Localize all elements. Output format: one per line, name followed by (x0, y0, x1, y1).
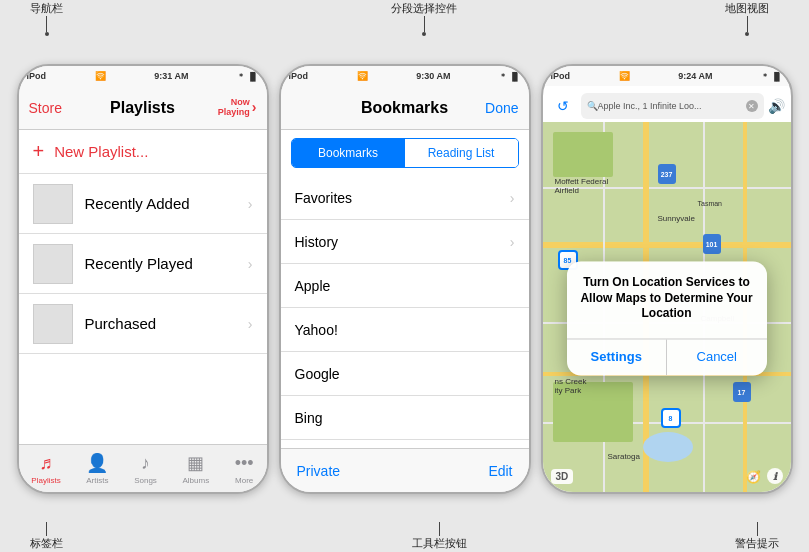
map-label-saratoga: Saratoga (608, 452, 640, 461)
bluetooth-icon: ＊ (237, 71, 245, 82)
location-alert-dialog: Turn On Location Services to Allow Maps … (567, 261, 767, 375)
chevron-right-icon-2: › (248, 256, 253, 272)
maps-carrier: iPod (551, 71, 571, 81)
tab-songs[interactable]: ♪ Songs (134, 453, 157, 485)
bookmark-bing[interactable]: Bing (281, 396, 529, 440)
nav-bar-label: 导航栏 (30, 1, 63, 16)
bookmark-history[interactable]: History › (281, 220, 529, 264)
history-label: History (295, 234, 510, 250)
tab-bar-label: 标签栏 (30, 536, 63, 551)
now-playing-button[interactable]: NowPlaying › (218, 98, 257, 118)
bookmark-yahoo[interactable]: Yahoo! (281, 308, 529, 352)
bookmark-ipod-guide[interactable]: iPod touch User Guide (281, 440, 529, 448)
top-annotations: 导航栏 分段选择控件 地图视图 (0, 0, 809, 36)
maps-search-text: Apple Inc., 1 Infinite Loo... (598, 101, 746, 111)
tab-playlists[interactable]: ♬ Playlists (31, 453, 60, 485)
bottom-annotations: 标签栏 工具栏按钮 警告提示 (0, 522, 809, 552)
alert-label: 警告提示 (735, 536, 779, 551)
chevron-right-icon-3: › (248, 316, 253, 332)
3d-button[interactable]: 3D (551, 469, 574, 484)
store-button[interactable]: Store (29, 100, 62, 116)
bookmark-apple[interactable]: Apple (281, 264, 529, 308)
favorites-chevron: › (510, 190, 515, 206)
playlist-item-recently-played[interactable]: Recently Played › (19, 234, 267, 294)
maps-battery-icon: ▐▌ (771, 72, 782, 81)
tab-more[interactable]: ••• More (235, 453, 254, 485)
apple-label: Apple (295, 278, 515, 294)
maps-search-input[interactable]: 🔍 Apple Inc., 1 Infinite Loo... ✕ (581, 93, 764, 119)
bookmark-list: Favorites › History › Apple Yahoo! Googl… (281, 176, 529, 448)
maps-icons: ＊ ▐▌ (761, 71, 782, 82)
yahoo-label: Yahoo! (295, 322, 515, 338)
alert-content: Turn On Location Services to Allow Maps … (567, 261, 767, 338)
reading-list-tab[interactable]: Reading List (405, 139, 518, 167)
map-label-sunnyvale: Sunnyvale (658, 214, 695, 223)
music-carrier: iPod (27, 71, 47, 81)
songs-icon: ♪ (141, 453, 150, 474)
map-label-creek-park: ns Creekity Park (555, 377, 587, 395)
done-button[interactable]: Done (485, 100, 518, 116)
more-icon: ••• (235, 453, 254, 474)
highway-17: 17 (733, 382, 751, 402)
bookmarks-tab-label: Bookmarks (318, 146, 378, 160)
map-label-airfield: Moffett FederalAirfield (555, 177, 609, 195)
maps-back-button[interactable]: ↺ (549, 92, 577, 120)
music-time: 9:31 AM (154, 71, 188, 81)
playlist-item-purchased[interactable]: Purchased › (19, 294, 267, 354)
bookmarks-tab[interactable]: Bookmarks (292, 139, 405, 167)
phone-music: iPod 🛜 9:31 AM ＊ ▐▌ Store Playlists NowP… (17, 64, 269, 494)
tab-bar-annotation: 标签栏 (30, 522, 63, 551)
toolbar-annotation: 工具栏按钮 (412, 522, 467, 551)
bookmark-favorites[interactable]: Favorites › (281, 176, 529, 220)
music-icons: ＊ ▐▌ (237, 71, 258, 82)
favorites-label: Favorites (295, 190, 510, 206)
highway-8: 8 (661, 408, 681, 428)
edit-button[interactable]: Edit (488, 463, 512, 479)
playlist-item-recently-added[interactable]: Recently Added › (19, 174, 267, 234)
settings-button[interactable]: Settings (567, 339, 668, 375)
music-status-bar: iPod 🛜 9:31 AM ＊ ▐▌ (19, 66, 267, 86)
tab-albums-label: Albums (182, 476, 209, 485)
recently-played-label: Recently Played (85, 255, 248, 272)
bookmark-segment-control[interactable]: Bookmarks Reading List (291, 138, 519, 168)
bookmarks-battery-icon: ▐▌ (509, 72, 520, 81)
bookmark-google[interactable]: Google (281, 352, 529, 396)
maps-view[interactable]: Moffett FederalAirfield Sunnyvale Campbe… (543, 122, 791, 492)
nav-bar-annotation: 导航栏 (30, 1, 63, 36)
new-playlist-row[interactable]: + New Playlist... (19, 130, 267, 174)
tab-albums[interactable]: ▦ Albums (182, 452, 209, 485)
compass-icon[interactable]: 🧭 (746, 470, 761, 484)
chevron-right-icon: › (248, 196, 253, 212)
cancel-button[interactable]: Cancel (667, 339, 767, 375)
info-button[interactable]: ℹ (767, 468, 783, 484)
map-view-label: 地图视图 (725, 1, 769, 16)
maps-time: 9:24 AM (678, 71, 712, 81)
bookmarks-carrier: iPod (289, 71, 309, 81)
tab-playlists-label: Playlists (31, 476, 60, 485)
alert-buttons: Settings Cancel (567, 338, 767, 375)
recently-added-thumb (33, 184, 73, 224)
alert-title: Turn On Location Services to Allow Maps … (579, 275, 755, 322)
tab-songs-label: Songs (134, 476, 157, 485)
playlists-icon: ♬ (39, 453, 53, 474)
tab-artists-label: Artists (86, 476, 108, 485)
purchased-thumb (33, 304, 73, 344)
bookmarks-bluetooth-icon: ＊ (499, 71, 507, 82)
map-view-annotation: 地图视图 (725, 1, 769, 36)
search-icon: 🔍 (587, 101, 598, 111)
bookmarks-time: 9:30 AM (416, 71, 450, 81)
bing-label: Bing (295, 410, 515, 426)
clear-icon[interactable]: ✕ (746, 100, 758, 112)
highway-101: 101 (703, 234, 721, 254)
back-arrow-icon: ↺ (557, 98, 569, 114)
music-tab-bar: ♬ Playlists 👤 Artists ♪ Songs ▦ Albums •… (19, 444, 267, 492)
tab-artists[interactable]: 👤 Artists (86, 452, 108, 485)
artists-icon: 👤 (86, 452, 108, 474)
battery-icon: ▐▌ (247, 72, 258, 81)
recently-played-thumb (33, 244, 73, 284)
maps-mic-icon[interactable]: 🔊 (768, 98, 785, 114)
bookmarks-toolbar: Private Edit (281, 448, 529, 492)
private-button[interactable]: Private (297, 463, 341, 479)
now-playing-text: NowPlaying (218, 98, 250, 118)
new-playlist-text: New Playlist... (54, 143, 148, 160)
